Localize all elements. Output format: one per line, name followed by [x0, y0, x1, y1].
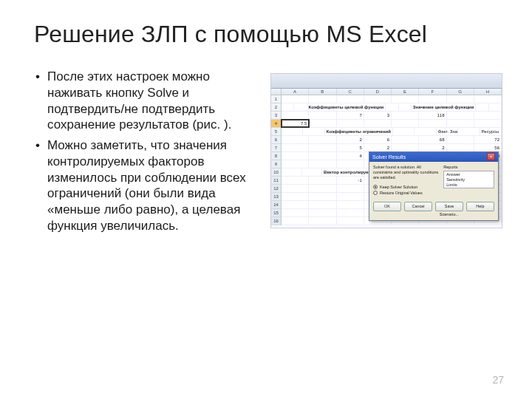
dialog-titlebar: Solver Results ×: [369, 152, 498, 162]
col-f: F: [419, 89, 446, 95]
excel-screenshot: A B C D E F G H 1 2 3 4 5 6: [270, 73, 502, 228]
col-c: C: [337, 89, 364, 95]
col-d: D: [364, 89, 392, 95]
col-g: G: [447, 89, 474, 95]
dialog-buttons: OK Cancel Save Scenario... Help: [373, 202, 494, 211]
slide: Решение ЗЛП с помощью MS Excel После эти…: [0, 0, 532, 399]
figure-column: A B C D E F G H 1 2 3 4 5 6: [270, 69, 502, 239]
row-numbers: 1 2 3 4 5 6 7 8 9 10 11 12 13 14: [271, 95, 282, 225]
radio-label: Restore Original Values: [380, 191, 423, 195]
help-button[interactable]: Help: [466, 202, 494, 211]
radio-icon: [373, 185, 378, 189]
list-item[interactable]: Limits: [446, 183, 491, 188]
page-title: Решение ЗЛП с помощью MS Excel: [34, 21, 502, 48]
bullet-item: Можно заметить, что значения контролируе…: [34, 137, 260, 234]
reports-label: Reports: [443, 165, 494, 169]
close-icon[interactable]: ×: [487, 153, 495, 160]
col-e: E: [392, 89, 419, 95]
dialog-message: Solver found a solution. All constraints…: [373, 165, 439, 180]
bullet-item: После этих настроек можно наживать кнопк…: [34, 69, 260, 133]
radio-icon: [373, 191, 378, 195]
save-scenario-button[interactable]: Save Scenario...: [435, 202, 463, 211]
dialog-body: Solver found a solution. All constraints…: [369, 162, 498, 214]
reports-listbox[interactable]: Answer Sensitivity Limits: [443, 171, 494, 188]
cancel-button[interactable]: Cancel: [404, 202, 432, 211]
solver-results-dialog: Solver Results × Solver found a solution…: [369, 151, 499, 221]
page-number: 27: [492, 374, 504, 386]
excel-ribbon: [271, 74, 502, 89]
radio-restore-values[interactable]: Restore Original Values: [373, 191, 439, 195]
col-h: H: [474, 89, 502, 95]
list-item[interactable]: Sensitivity: [446, 177, 491, 183]
list-item[interactable]: Answer: [446, 172, 491, 177]
content-row: После этих настроек можно наживать кнопк…: [34, 69, 502, 239]
selected-cell[interactable]: 7.5: [282, 120, 309, 127]
text-column: После этих настроек можно наживать кнопк…: [34, 69, 260, 239]
ok-button[interactable]: OK: [373, 202, 401, 211]
radio-keep-solution[interactable]: Keep Solver Solution: [373, 185, 439, 189]
col-b: B: [309, 89, 336, 95]
col-a: A: [282, 89, 309, 95]
dialog-title-text: Solver Results: [372, 153, 406, 161]
radio-label: Keep Solver Solution: [380, 185, 417, 189]
column-headers: A B C D E F G H: [271, 89, 502, 95]
bullet-list: После этих настроек можно наживать кнопк…: [34, 69, 260, 234]
